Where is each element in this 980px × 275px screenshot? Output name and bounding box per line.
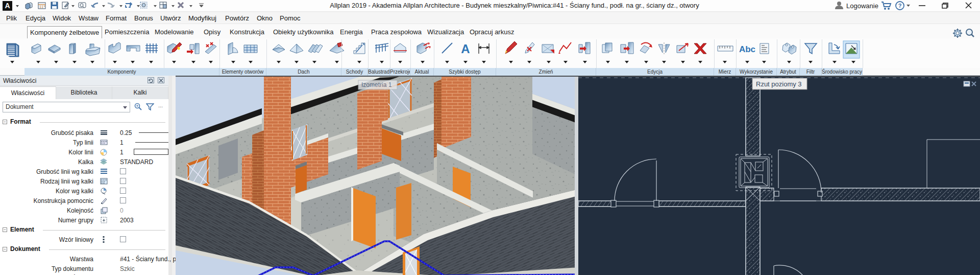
svg-text:Abc: Abc — [739, 44, 755, 54]
svg-text:Rzut poziomy 3: Rzut poziomy 3 — [756, 80, 802, 88]
svg-text:Logowanie: Logowanie — [846, 2, 878, 10]
svg-text:Izometria 1: Izometria 1 — [361, 81, 392, 88]
svg-text:?: ? — [898, 3, 902, 9]
svg-text:A: A — [461, 42, 470, 56]
